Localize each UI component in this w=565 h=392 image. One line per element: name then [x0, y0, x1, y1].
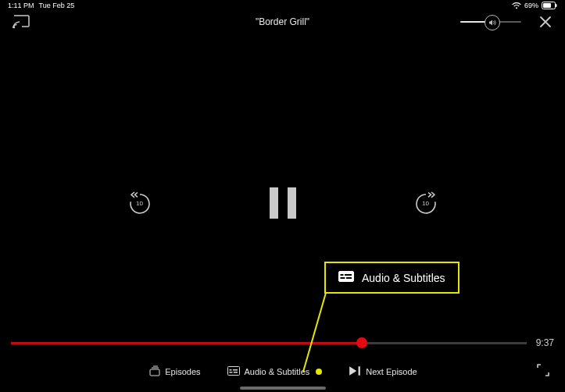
svg-rect-5: [341, 277, 345, 279]
episodes-icon: [148, 365, 160, 378]
svg-rect-13: [229, 369, 231, 371]
svg-point-3: [13, 27, 15, 28]
close-icon[interactable]: [538, 15, 552, 29]
annotation-label: Audio & Subtitles: [362, 272, 445, 284]
svg-rect-9: [150, 369, 159, 376]
cast-icon[interactable]: [13, 15, 30, 29]
volume-thumb-speaker-icon[interactable]: [485, 15, 500, 30]
skip-forward-amount: 10: [413, 200, 438, 207]
progress-bar[interactable]: [11, 342, 527, 344]
volume-slider[interactable]: [460, 21, 521, 23]
svg-rect-4: [339, 272, 354, 282]
home-indicator[interactable]: [240, 387, 326, 390]
status-time: 1:11 PM: [8, 2, 34, 9]
svg-rect-1: [543, 3, 551, 8]
svg-rect-12: [234, 372, 238, 373]
ios-status-bar: 1:11 PM Tue Feb 25 69%: [0, 0, 565, 11]
next-episode-icon: [349, 365, 361, 378]
progress-row: 9:37: [11, 337, 554, 348]
skip-forward-10-button[interactable]: 10: [413, 191, 438, 216]
fullscreen-icon[interactable]: [537, 364, 549, 376]
progress-thumb[interactable]: [356, 337, 367, 348]
audio-subtitles-label: Audio & Subtitles: [245, 367, 310, 376]
pause-button[interactable]: [270, 187, 296, 219]
episodes-label: Episodes: [165, 367, 200, 376]
annotation-dot: [316, 369, 322, 375]
episodes-button[interactable]: Episodes: [148, 365, 200, 378]
status-date: Tue Feb 25: [39, 2, 75, 9]
svg-rect-7: [341, 274, 344, 276]
wifi-icon: [512, 2, 521, 9]
audio-subtitles-button[interactable]: Audio & Subtitles: [227, 365, 323, 378]
battery-icon: [542, 2, 557, 9]
time-remaining: 9:37: [536, 337, 554, 348]
svg-rect-14: [233, 369, 238, 371]
svg-line-16: [303, 293, 326, 372]
skip-back-10-button[interactable]: 10: [127, 191, 152, 216]
svg-rect-8: [345, 274, 352, 276]
battery-percent: 69%: [524, 2, 538, 9]
svg-rect-10: [227, 367, 239, 376]
svg-rect-11: [229, 372, 232, 373]
next-episode-button[interactable]: Next Episode: [349, 365, 417, 378]
transport-controls: 10 10: [0, 180, 565, 226]
skip-back-amount: 10: [127, 200, 152, 207]
subtitles-icon: [227, 365, 240, 378]
player-top-row: "Border Grill": [0, 12, 565, 31]
bottom-action-row: Episodes Audio & Subtitles Next Episode: [0, 365, 565, 378]
video-title: "Border Grill": [256, 16, 309, 27]
next-episode-label: Next Episode: [366, 367, 417, 376]
svg-rect-15: [359, 366, 360, 375]
svg-rect-6: [346, 277, 352, 279]
subtitles-icon: [338, 271, 354, 284]
annotation-callout: Audio & Subtitles: [324, 262, 460, 294]
svg-rect-2: [556, 4, 557, 7]
